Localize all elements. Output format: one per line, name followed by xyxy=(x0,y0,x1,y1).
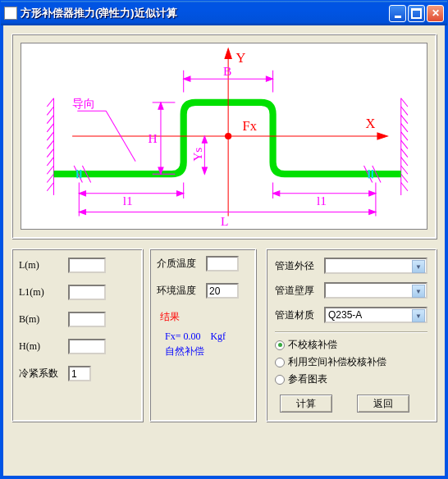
guide-label: 导向 xyxy=(72,97,95,110)
compensator-diagram: Y X Fx B H L l1 l1 Ys 导向 xyxy=(21,43,427,230)
svg-line-7 xyxy=(47,148,53,157)
app-icon xyxy=(4,7,17,20)
svg-line-6 xyxy=(47,140,53,148)
svg-line-16 xyxy=(401,124,408,132)
label-cold: 冷紧系数 xyxy=(19,367,68,381)
label-pipe-thk: 管道壁厚 xyxy=(275,284,324,298)
svg-line-15 xyxy=(401,115,408,123)
svg-line-20 xyxy=(401,157,408,166)
svg-marker-40 xyxy=(202,136,207,143)
diagram-panel: Y X Fx B H L l1 l1 Ys 导向 xyxy=(11,34,437,239)
svg-line-4 xyxy=(47,124,53,132)
svg-marker-41 xyxy=(202,167,207,174)
svg-line-9 xyxy=(47,166,53,174)
svg-line-10 xyxy=(47,174,53,182)
svg-marker-45 xyxy=(79,209,85,214)
close-button[interactable] xyxy=(427,5,444,22)
svg-line-19 xyxy=(401,148,408,157)
svg-point-28 xyxy=(225,133,231,139)
chevron-down-icon: ▼ xyxy=(412,285,425,298)
label-medium-temp: 介质温度 xyxy=(157,257,206,271)
geometry-panel: L(m) L1(m) B(m) H(m) 冷紧系数 xyxy=(11,249,143,422)
svg-line-23 xyxy=(401,183,408,191)
titlebar: 方形补偿器推力(弹性力)近似计算 xyxy=(1,1,447,25)
back-button[interactable]: 返回 xyxy=(357,395,409,413)
radio-opt-a[interactable]: 不校核补偿 xyxy=(275,338,427,352)
dim-ys: Ys xyxy=(190,148,204,162)
svg-line-8 xyxy=(47,157,53,166)
dim-b: B xyxy=(223,64,231,78)
radio-opt-c[interactable]: 参看图表 xyxy=(275,372,427,386)
result-body: Fx= 0.00 Kgf 自然补偿 xyxy=(157,329,249,358)
temp-result-panel: 介质温度 环境温度 结果 Fx= 0.00 Kgf 自然补偿 xyxy=(149,249,256,422)
radio-icon xyxy=(275,358,285,367)
window-title: 方形补偿器推力(弹性力)近似计算 xyxy=(21,6,389,21)
combo-pipe-thk[interactable]: ▼ xyxy=(324,282,427,299)
input-cold[interactable] xyxy=(68,366,91,381)
svg-line-22 xyxy=(401,174,408,182)
maximize-button[interactable] xyxy=(408,5,425,22)
svg-line-11 xyxy=(47,183,53,191)
label-pipe-mat: 管道材质 xyxy=(275,308,324,322)
minimize-button[interactable] xyxy=(389,5,406,22)
svg-line-14 xyxy=(401,107,408,115)
label-pipe-od: 管道外径 xyxy=(275,259,324,273)
input-medium-temp[interactable] xyxy=(206,256,239,271)
svg-line-13 xyxy=(401,98,408,107)
chevron-down-icon: ▼ xyxy=(412,260,425,273)
svg-marker-46 xyxy=(369,209,376,214)
svg-line-21 xyxy=(401,166,408,174)
label-b: B(m) xyxy=(19,313,68,326)
input-l[interactable] xyxy=(68,258,106,273)
svg-line-2 xyxy=(47,107,53,115)
dim-h: H xyxy=(149,131,158,145)
svg-marker-32 xyxy=(184,76,190,81)
chevron-down-icon: ▼ xyxy=(412,309,425,322)
radio-icon xyxy=(275,375,285,385)
svg-marker-53 xyxy=(369,191,376,196)
radio-icon xyxy=(275,340,285,350)
radio-opt-b[interactable]: 利用空间补偿校核补偿 xyxy=(275,355,427,369)
input-env-temp[interactable] xyxy=(206,283,239,299)
svg-line-17 xyxy=(401,132,408,140)
svg-line-5 xyxy=(47,132,53,140)
svg-marker-27 xyxy=(377,133,387,139)
input-h[interactable] xyxy=(68,339,106,354)
svg-line-18 xyxy=(401,140,408,148)
label-l1: L1(m) xyxy=(19,286,68,299)
label-l: L(m) xyxy=(19,259,68,271)
label-h: H(m) xyxy=(19,340,68,353)
dim-l1-right: l1 xyxy=(317,194,327,208)
svg-marker-25 xyxy=(225,48,231,58)
pipe-panel: 管道外径 ▼ 管道壁厚 ▼ 管道材质 Q235-A▼ 不校核补偿 利用空间补偿校… xyxy=(266,249,437,422)
combo-pipe-mat[interactable]: Q235-A▼ xyxy=(324,307,427,323)
calc-button[interactable]: 计算 xyxy=(280,395,332,413)
axis-x-label: X xyxy=(366,116,376,131)
combo-pipe-od[interactable]: ▼ xyxy=(324,258,427,274)
input-l1[interactable] xyxy=(68,285,106,300)
result-head: 结果 xyxy=(160,310,249,324)
axis-y-label: Y xyxy=(235,50,245,66)
svg-line-1 xyxy=(47,98,53,107)
svg-marker-52 xyxy=(273,191,280,196)
svg-marker-37 xyxy=(158,103,163,109)
svg-marker-33 xyxy=(266,76,272,81)
dim-l: L xyxy=(221,214,228,228)
svg-marker-48 xyxy=(79,191,85,196)
label-env-temp: 环境温度 xyxy=(157,284,206,298)
force-label: Fx xyxy=(243,118,258,134)
svg-marker-49 xyxy=(176,191,183,196)
dim-l1-left: l1 xyxy=(123,194,133,208)
input-b[interactable] xyxy=(68,312,106,327)
svg-line-3 xyxy=(47,115,53,123)
